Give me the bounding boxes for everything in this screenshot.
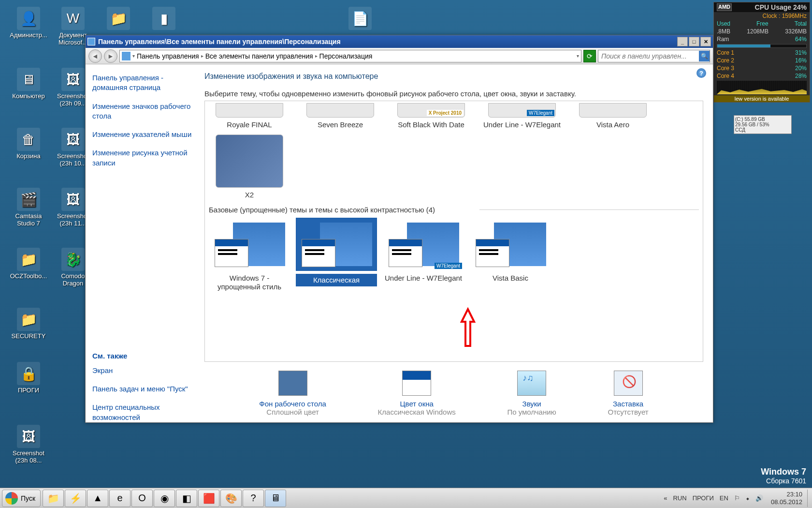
theme-item[interactable]: Royale FINAL: [209, 103, 290, 130]
desktop-icon-label: Camtasia Studio 7: [7, 213, 50, 227]
cpu-usage-widget: AMDCPU Usage 24% Clock : 1596MHz UsedFre…: [713, 2, 810, 103]
window-icon: [87, 38, 95, 45]
desktop-icon[interactable]: 🔒ПРОГИ: [7, 362, 50, 394]
show-desktop-button[interactable]: [807, 490, 812, 507]
theme-item[interactable]: Vista Basic: [470, 218, 551, 292]
theme-label: Under Line - W7Elegant: [481, 120, 563, 130]
breadcrumb-seg[interactable]: Панель управления: [135, 52, 201, 60]
taskbar[interactable]: Пуск 📁 ⚡ ▲ e O ◉ ◧ 🟥 🎨 ? 🖥 « RUN ПРОГИ E…: [0, 488, 812, 508]
sidebar-link-pointers[interactable]: Изменение указателей мыши: [92, 130, 194, 139]
taskbar-app[interactable]: ◧: [176, 490, 197, 507]
seealso-taskbar[interactable]: Панель задач и меню "Пуск": [92, 384, 194, 394]
option-value: Классическая Windows: [378, 408, 456, 416]
ram-bar: [717, 44, 807, 48]
desktop-icon-label: Screenshot (23h 08...: [7, 450, 50, 464]
tray-shield-icon[interactable]: ⬥: [743, 494, 753, 502]
tray-volume-icon[interactable]: 🔊: [753, 494, 766, 502]
taskbar-chrome[interactable]: ◉: [154, 490, 175, 507]
tray-progi[interactable]: ПРОГИ: [690, 494, 717, 502]
personalization-option[interactable]: Цвет окнаКлассическая Windows: [378, 371, 456, 416]
sidebar-link-icons[interactable]: Изменение значков рабочего стола: [92, 102, 194, 121]
window-title: Панель управления\Все элементы панели уп…: [98, 38, 677, 45]
file-icon: 🖼: [61, 128, 85, 151]
desktop-icon-label: Администр...: [7, 32, 50, 39]
desktop-icon[interactable]: 📁OCZToolbo...: [7, 248, 50, 280]
theme-label: Soft Black With Date: [391, 120, 472, 130]
seealso-display[interactable]: Экран: [92, 366, 194, 375]
taskbar-daemon[interactable]: ⚡: [65, 490, 86, 507]
desktop-icon[interactable]: 🎬Camtasia Studio 7: [7, 188, 50, 227]
file-icon: 🖥: [17, 68, 40, 91]
seealso-accessibility[interactable]: Центр специальных возможностей: [92, 403, 194, 422]
file-icon: 📁: [17, 248, 40, 271]
taskbar-vlc[interactable]: ▲: [87, 490, 108, 507]
file-icon: 🗑: [17, 128, 40, 151]
desktop-icon[interactable]: 📄: [338, 7, 382, 32]
desktop-icon[interactable]: 🖥Компьютер: [7, 68, 50, 100]
refresh-button[interactable]: ⟳: [583, 50, 596, 62]
file-icon: 🖼: [61, 188, 85, 211]
personalization-option[interactable]: ЗвукиПо умолчанию: [507, 371, 556, 416]
breadcrumb[interactable]: ▾ Панель управления▸ Все элементы панели…: [119, 50, 581, 62]
theme-label: Under Line - W7Elegant: [383, 274, 464, 283]
theme-item[interactable]: Seven Breeze: [300, 103, 381, 130]
theme-item[interactable]: Классическая: [296, 218, 377, 292]
start-button[interactable]: Пуск: [2, 490, 41, 507]
taskbar-explorer[interactable]: 📁: [43, 490, 64, 507]
theme-item[interactable]: Vista Aero: [572, 103, 653, 130]
taskbar-opera[interactable]: O: [131, 490, 153, 507]
taskbar-help[interactable]: ?: [243, 490, 264, 507]
option-value: По умолчанию: [507, 408, 556, 416]
theme-item[interactable]: Windows 7 - упрощенный стиль: [209, 218, 290, 292]
start-orb-icon: [5, 492, 18, 505]
sidebar-link-home[interactable]: Панель управления - домашняя страница: [92, 73, 194, 93]
file-icon: 📁: [17, 308, 40, 331]
amd-badge: AMD: [717, 3, 732, 11]
theme-badge: W7Elegant: [435, 263, 462, 269]
search-box[interactable]: 🔍: [598, 50, 710, 62]
option-title: Цвет окна: [378, 400, 456, 408]
option-title: Звуки: [507, 400, 556, 408]
desktop-icon[interactable]: 📁SECURETY: [7, 308, 50, 340]
sidebar-link-account-pic[interactable]: Изменение рисунка учетной записи: [92, 148, 194, 168]
theme-item[interactable]: X2: [209, 134, 290, 200]
nav-forward-button[interactable]: ►: [104, 49, 117, 63]
theme-item[interactable]: W7ElegantUnder Line - W7Elegant: [481, 103, 563, 130]
file-icon: 🖼: [17, 425, 40, 448]
minimize-button[interactable]: _: [677, 37, 688, 46]
titlebar[interactable]: Панель управления\Все элементы панели уп…: [86, 35, 713, 48]
nav-back-button[interactable]: ◄: [88, 49, 102, 63]
desktop-icon[interactable]: ▮: [142, 7, 186, 32]
close-button[interactable]: ✕: [700, 37, 711, 46]
tray-run[interactable]: RUN: [670, 494, 689, 502]
theme-item[interactable]: X Project 2010Soft Black With Date: [391, 103, 472, 130]
desktop-icon[interactable]: 🖼Screenshot (23h 08...: [7, 425, 50, 464]
tray-lang[interactable]: EN: [717, 494, 731, 502]
see-also-header: См. также: [92, 352, 194, 360]
option-title: Фон рабочего стола: [259, 400, 326, 408]
taskbar-ie[interactable]: e: [109, 490, 130, 507]
file-icon: W: [61, 7, 85, 30]
maximize-button[interactable]: □: [689, 37, 699, 46]
desktop-icon[interactable]: 📁: [97, 7, 140, 32]
search-icon[interactable]: 🔍: [699, 51, 710, 61]
new-version-link[interactable]: lew version is available: [714, 95, 810, 102]
theme-item[interactable]: W7ElegantUnder Line - W7Elegant: [383, 218, 464, 292]
desktop-icon-label: Компьютер: [7, 93, 50, 100]
desktop-icon[interactable]: 🗑Корзина: [7, 128, 50, 160]
breadcrumb-seg[interactable]: Все элементы панели управления: [203, 52, 315, 60]
tray-chevron-icon[interactable]: «: [661, 494, 670, 502]
tray-flag-icon[interactable]: ⚐: [731, 494, 743, 502]
theme-label: X2: [209, 191, 290, 200]
personalization-option[interactable]: ЗаставкаОтсутствует: [608, 371, 649, 416]
file-icon: 📄: [348, 7, 372, 30]
taskbar-paint[interactable]: 🎨: [220, 490, 242, 507]
personalization-option[interactable]: Фон рабочего столаСплошной цвет: [259, 371, 326, 416]
breadcrumb-seg[interactable]: Персонализация: [318, 52, 375, 60]
taskbar-personalization[interactable]: 🖥: [265, 490, 286, 507]
desktop-icon[interactable]: 👤Администр...: [7, 7, 50, 39]
option-icon: [278, 371, 307, 396]
tray-clock[interactable]: 23:1008.05.2012: [766, 491, 807, 506]
taskbar-app2[interactable]: 🟥: [198, 490, 219, 507]
search-input[interactable]: [598, 52, 699, 60]
